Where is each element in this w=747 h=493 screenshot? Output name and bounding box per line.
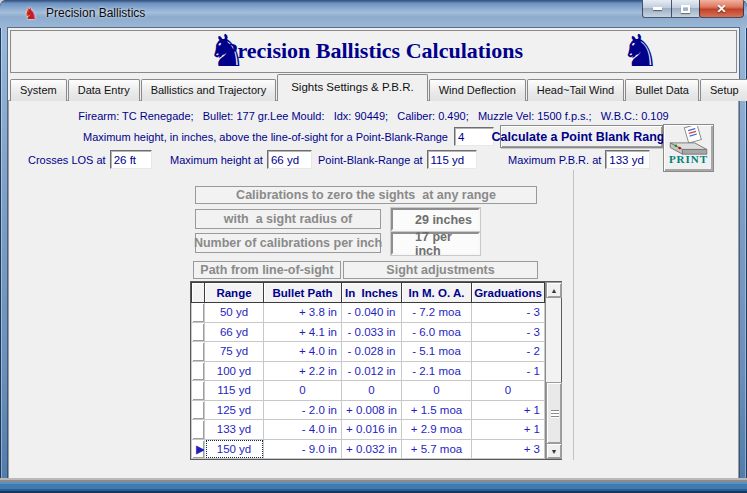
row-selector[interactable] (192, 342, 205, 362)
table-row[interactable]: 115 yd 0 0 0 0 (192, 381, 545, 401)
max-pbr-value[interactable]: 133 yd (605, 150, 650, 169)
cell-inches[interactable]: - 0.028 in (342, 342, 402, 362)
grid-vertical-scrollbar[interactable]: ▲ ▼ (545, 282, 561, 459)
row-selector[interactable] (192, 322, 205, 342)
row-selector-active[interactable]: ▶ (192, 439, 205, 459)
cell-bullet-path[interactable]: - 2.0 in (264, 400, 342, 420)
crosses-los-group: Crosses LOS at 26 ft (28, 150, 152, 169)
cell-inches[interactable]: - 0.033 in (342, 322, 402, 342)
cell-moa[interactable]: + 1.5 moa (402, 400, 472, 420)
cell-moa[interactable]: - 2.1 moa (402, 361, 472, 381)
row-selector[interactable] (192, 303, 205, 323)
scroll-thumb[interactable] (546, 382, 562, 444)
scroll-up-button[interactable]: ▲ (546, 282, 562, 298)
max-height-at-value[interactable]: 66 yd (267, 150, 312, 169)
table-row-selected[interactable]: ▶ 150 yd - 9.0 in + 0.032 in + 5.7 moa +… (192, 439, 545, 459)
cell-range[interactable]: 115 yd (205, 381, 264, 401)
tab-setup[interactable]: Setup (700, 79, 747, 101)
crosses-los-value[interactable]: 26 ft (110, 150, 152, 169)
sight-radius-value[interactable]: 29 inches (391, 208, 480, 231)
cell-bullet-path[interactable]: 0 (264, 381, 342, 401)
row-selector[interactable] (192, 420, 205, 440)
pbr-at-group: Point-Blank-Range at 115 yd (318, 150, 477, 169)
print-label: PRINT (669, 153, 708, 165)
tab-head-tail-wind[interactable]: Head~Tail Wind (527, 79, 624, 101)
grid-table: Range Bullet Path In Inches In M. O. A. … (191, 282, 545, 459)
scroll-down-button[interactable]: ▼ (546, 443, 562, 459)
cell-bullet-path[interactable]: + 4.0 in (264, 342, 342, 362)
cell-graduations[interactable]: - 2 (472, 342, 545, 362)
col-header-in-inches[interactable]: In Inches (342, 283, 402, 303)
calibrations-per-inch-value[interactable]: 17 per inch (391, 232, 480, 255)
minimize-button[interactable] (642, 0, 671, 18)
cell-range[interactable]: 66 yd (205, 322, 264, 342)
pbr-at-value[interactable]: 115 yd (427, 150, 477, 169)
col-header-in-moa[interactable]: In M. O. A. (402, 283, 472, 303)
maximize-icon (681, 5, 690, 13)
row-selector[interactable] (192, 381, 205, 401)
cell-moa[interactable]: + 5.7 moa (402, 439, 472, 459)
cell-moa[interactable]: - 5.1 moa (402, 342, 472, 362)
cell-bullet-path[interactable]: - 4.0 in (264, 420, 342, 440)
panel-separator-line (573, 170, 574, 460)
cell-inches[interactable]: + 0.032 in (342, 439, 402, 459)
cell-inches[interactable]: - 0.040 in (342, 303, 402, 323)
cell-bullet-path[interactable]: + 4.1 in (264, 322, 342, 342)
cell-graduations[interactable]: 0 (472, 381, 545, 401)
cell-graduations[interactable]: - 1 (472, 361, 545, 381)
cell-inches[interactable]: - 0.012 in (342, 361, 402, 381)
col-header-bullet-path[interactable]: Bullet Path (264, 283, 342, 303)
print-button[interactable]: PRINT (663, 124, 714, 172)
client-area: ♞ Precision Ballistics Calculations ♞ Sy… (8, 28, 739, 478)
cell-bullet-path[interactable]: - 9.0 in (264, 439, 342, 459)
tab-sights-settings-pbr[interactable]: Sights Settings & P.B.R. (277, 74, 428, 101)
ballistics-grid: Range Bullet Path In Inches In M. O. A. … (190, 281, 562, 460)
maximize-button[interactable] (671, 0, 699, 18)
row-selector[interactable] (192, 400, 205, 420)
cell-graduations[interactable]: + 3 (472, 439, 545, 459)
table-row[interactable]: 50 yd + 3.8 in - 0.040 in - 7.2 moa - 3 (192, 303, 545, 323)
table-row[interactable]: 125 yd - 2.0 in + 0.008 in + 1.5 moa + 1 (192, 400, 545, 420)
cell-graduations[interactable]: - 3 (472, 303, 545, 323)
cell-moa[interactable]: - 6.0 moa (402, 322, 472, 342)
tab-system[interactable]: System (10, 79, 67, 101)
cell-moa[interactable]: - 7.2 moa (402, 303, 472, 323)
cell-range[interactable]: 100 yd (205, 361, 264, 381)
cell-bullet-path[interactable]: + 2.2 in (264, 361, 342, 381)
table-row[interactable]: 133 yd - 4.0 in + 0.016 in + 2.9 moa + 1 (192, 420, 545, 440)
cell-graduations[interactable]: + 1 (472, 420, 545, 440)
cell-range[interactable]: 75 yd (205, 342, 264, 362)
tab-wind-deflection[interactable]: Wind Deflection (429, 79, 526, 101)
col-header-range[interactable]: Range (205, 283, 264, 303)
cell-graduations[interactable]: + 1 (472, 400, 545, 420)
window-title: Precision Ballistics (46, 6, 145, 20)
col-header-graduations[interactable]: Graduations (472, 283, 545, 303)
pbr-at-label: Point-Blank-Range at (318, 154, 423, 166)
row-selector[interactable] (192, 361, 205, 381)
cell-range-selected[interactable]: 150 yd (205, 439, 264, 459)
calculate-pbr-button[interactable]: Calculate a Point Blank Range (500, 125, 663, 148)
cell-range[interactable]: 50 yd (205, 303, 264, 323)
cell-range[interactable]: 125 yd (205, 400, 264, 420)
cell-inches[interactable]: + 0.016 in (342, 420, 402, 440)
table-row[interactable]: 75 yd + 4.0 in - 0.028 in - 5.1 moa - 2 (192, 342, 545, 362)
cell-moa[interactable]: + 2.9 moa (402, 420, 472, 440)
table-row[interactable]: 66 yd + 4.1 in - 0.033 in - 6.0 moa - 3 (192, 322, 545, 342)
tab-ballistics-trajectory[interactable]: Ballistics and Trajectory (141, 79, 277, 101)
close-button[interactable]: ✕ (699, 0, 744, 18)
table-row[interactable]: 100 yd + 2.2 in - 0.012 in - 2.1 moa - 1 (192, 361, 545, 381)
cell-graduations[interactable]: - 3 (472, 322, 545, 342)
cell-range[interactable]: 133 yd (205, 420, 264, 440)
grid-header-row: Range Bullet Path In Inches In M. O. A. … (192, 283, 545, 303)
app-window: ♞ Precision Ballistics ✕ ♞ Precision Bal… (0, 0, 747, 493)
cell-inches[interactable]: 0 (342, 381, 402, 401)
crosses-los-label: Crosses LOS at (28, 154, 106, 166)
tab-bullet-data[interactable]: Bullet Data (625, 79, 699, 101)
cell-inches[interactable]: + 0.008 in (342, 400, 402, 420)
max-pbr-group: Maximum P.B.R. at 133 yd (508, 150, 650, 169)
max-height-input[interactable]: 4 (454, 127, 494, 146)
cell-bullet-path[interactable]: + 3.8 in (264, 303, 342, 323)
cell-moa[interactable]: 0 (402, 381, 472, 401)
title-bar[interactable]: ♞ Precision Ballistics ✕ (0, 0, 747, 28)
tab-data-entry[interactable]: Data Entry (68, 79, 140, 101)
